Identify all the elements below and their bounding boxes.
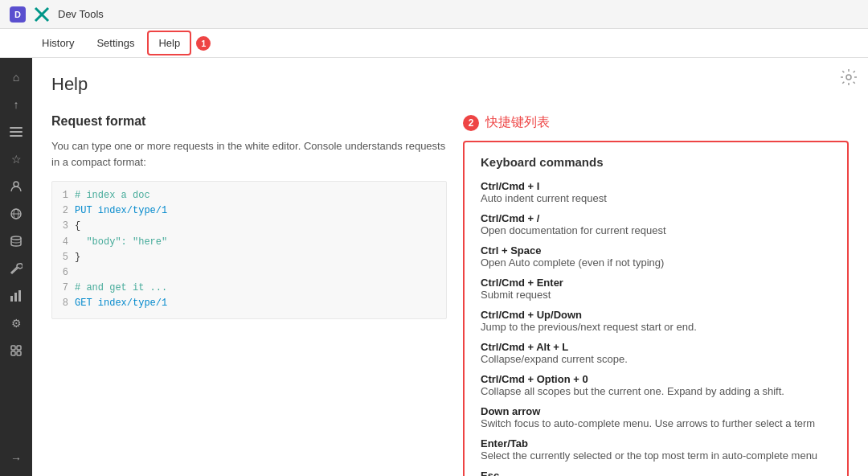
user-icon[interactable]	[5, 175, 27, 198]
main-layout: ⌂ ↑ ☆	[0, 58, 868, 476]
request-format-desc: You can type one or more requests in the…	[51, 138, 447, 170]
globe-icon[interactable]	[5, 203, 27, 225]
svg-rect-9	[14, 293, 17, 302]
chart-icon[interactable]	[5, 285, 27, 307]
svg-rect-13	[11, 351, 15, 355]
annotation-badge-2: 2	[463, 115, 479, 131]
shortcut-ctrl-enter: Ctrl/Cmd + Enter Submit request	[481, 277, 831, 301]
shortcut-ctrl-space: Ctrl + Space Open Auto complete (even if…	[481, 244, 831, 269]
code-line-1: 1 # index a doc	[52, 188, 446, 203]
svg-point-15	[846, 75, 851, 80]
code-line-3: 3 {	[52, 219, 446, 234]
code-line-5: 5 }	[52, 250, 446, 265]
annotation-row: 2 快捷键列表	[463, 114, 849, 131]
wrench-icon[interactable]	[5, 257, 27, 280]
svg-rect-1	[10, 131, 23, 133]
page-title: Help	[51, 74, 849, 95]
code-line-6: 6	[52, 265, 446, 281]
app-title: Dev Tools	[58, 8, 104, 20]
shortcut-ctrl-option-0: Ctrl/Cmd + Option + 0 Collapse all scope…	[481, 373, 831, 397]
nav-badge: 1	[196, 36, 211, 51]
list-icon[interactable]	[5, 121, 27, 143]
tab-history[interactable]: History	[32, 32, 84, 54]
shortcut-ctrl-i: Ctrl/Cmd + I Auto indent current request	[481, 180, 831, 204]
database-icon[interactable]	[5, 230, 27, 252]
svg-rect-14	[17, 351, 21, 355]
code-line-8: 8 GET index/type/1	[52, 296, 446, 311]
right-panel: 2 快捷键列表 Keyboard commands Ctrl/Cmd + I A…	[463, 114, 849, 476]
shortcut-ctrl-slash: Ctrl/Cmd + / Open documentation for curr…	[481, 212, 831, 236]
svg-rect-12	[17, 346, 21, 350]
keyboard-box: Keyboard commands Ctrl/Cmd + I Auto inde…	[463, 141, 849, 476]
shortcut-enter-tab: Enter/Tab Select the currently selected …	[481, 437, 831, 462]
arrow-right-icon[interactable]: →	[5, 447, 27, 470]
svg-point-3	[14, 182, 18, 187]
svg-point-7	[11, 236, 21, 240]
sidebar: ⌂ ↑ ☆	[0, 58, 32, 476]
code-block: 1 # index a doc 2 PUT index/type/1 3 { 4…	[51, 181, 447, 319]
svg-rect-0	[10, 127, 23, 129]
shortcut-ctrl-alt-l: Ctrl/Cmd + Alt + L Collapse/expand curre…	[481, 341, 831, 365]
shortcut-down-arrow: Down arrow Switch focus to auto-complete…	[481, 405, 831, 429]
two-column-layout: Request format You can type one or more …	[51, 114, 849, 476]
code-line-4: 4 "body": "here"	[52, 235, 446, 250]
svg-rect-11	[11, 346, 15, 350]
shortcut-ctrl-updown: Ctrl/Cmd + Up/Down Jump to the previous/…	[481, 309, 831, 333]
nav-tabs: History Settings Help 1	[0, 29, 868, 58]
keyboard-title: Keyboard commands	[481, 155, 831, 169]
home-icon[interactable]: ⌂	[5, 66, 27, 88]
svg-rect-10	[18, 290, 21, 302]
topright-settings-icon[interactable]	[839, 68, 858, 87]
svg-rect-2	[10, 135, 23, 137]
tab-help[interactable]: Help	[147, 31, 191, 55]
puzzle-icon[interactable]	[5, 339, 27, 362]
titlebar: D Dev Tools	[0, 0, 868, 29]
content-area: Help Request format You can type one or …	[32, 58, 868, 476]
app-icon: D	[10, 6, 26, 23]
tab-settings[interactable]: Settings	[87, 32, 144, 54]
upload-icon[interactable]: ↑	[5, 93, 27, 116]
svg-rect-8	[10, 296, 13, 302]
annotation-label: 快捷键列表	[485, 114, 550, 131]
bookmark-icon[interactable]: ☆	[5, 148, 27, 170]
code-line-2: 2 PUT index/type/1	[52, 203, 446, 219]
settings-gear-icon[interactable]: ⚙	[5, 312, 27, 334]
shortcut-esc: Esc Close auto-complete menu	[481, 470, 831, 476]
code-line-7: 7 # and get it ...	[52, 281, 446, 296]
request-format-title: Request format	[51, 114, 447, 129]
kaspersky-logo	[34, 6, 50, 23]
left-panel: Request format You can type one or more …	[51, 114, 447, 476]
